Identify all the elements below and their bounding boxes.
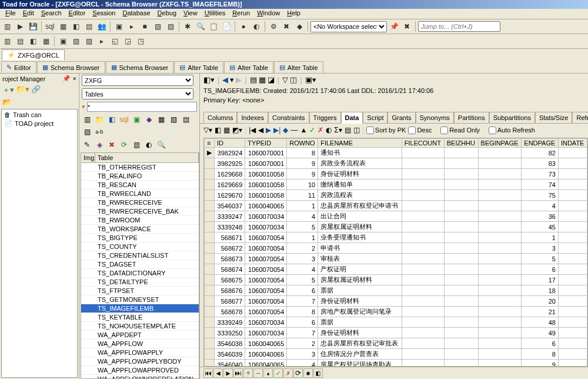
ws-pin-icon[interactable]: 📌 xyxy=(388,21,400,32)
data-row[interactable]: 56867410600700544产权证明6 xyxy=(205,264,587,275)
mt-9-icon[interactable]: ▤ xyxy=(181,114,191,125)
gf-star-icon[interactable]: ✱ xyxy=(303,368,313,378)
table-row[interactable]: TS_DETAILTYPE xyxy=(81,278,199,287)
detail-tab-constraints[interactable]: Constraints xyxy=(268,112,309,123)
gf-del-icon[interactable]: − xyxy=(253,368,263,378)
data-row[interactable]: 1629670106001005811房政流程表75 xyxy=(205,190,587,201)
commit-run-icon[interactable]: ▸ xyxy=(126,21,138,32)
rt-6-icon[interactable]: ◪ xyxy=(268,75,275,84)
menu-item-search[interactable]: Search xyxy=(38,9,65,17)
gt-8-icon[interactable]: ◐ xyxy=(326,126,332,134)
mt-2-icon[interactable]: 📁 xyxy=(94,114,105,125)
data-row[interactable]: 56867310600700543审核表5 xyxy=(205,254,587,264)
tb2-10-icon[interactable]: ◲ xyxy=(122,35,133,47)
grid-icon[interactable]: ▦ xyxy=(57,21,69,32)
table-row[interactable]: WA_APPFLOW xyxy=(81,340,199,348)
project-tree-item[interactable]: 🗑Trash can xyxy=(3,111,76,119)
gf-post-icon[interactable]: ✓ xyxy=(273,368,283,378)
panel-close-icon[interactable]: × xyxy=(72,75,76,82)
nav-prev-icon[interactable]: ◀ xyxy=(222,75,228,84)
mt-b7-icon[interactable]: 🔍 xyxy=(156,139,166,150)
table-row[interactable]: TB_RWRECRECEIVE xyxy=(81,198,199,207)
table-row[interactable]: TS_DATADICTIONARY xyxy=(81,269,199,278)
rt-4-icon[interactable]: ▤ xyxy=(250,75,257,84)
data-row[interactable]: 56867710600700547身份证明材料20 xyxy=(205,296,587,307)
table-row[interactable]: TB_RWRECLAND xyxy=(81,190,199,198)
mt-b4-icon[interactable]: ⟳ xyxy=(119,139,129,150)
table-row[interactable]: TS_COUNTY xyxy=(81,242,199,251)
connection-tab[interactable]: ⚡ ZXFG@ORCL xyxy=(2,49,65,60)
gf-add-icon[interactable]: + xyxy=(243,368,253,378)
menu-item-edit[interactable]: Edit xyxy=(19,9,38,17)
col-header[interactable]: ROWNO xyxy=(287,139,318,148)
thing1-icon[interactable]: ▧ xyxy=(152,21,163,32)
table-row[interactable]: WA_APPDEPT xyxy=(81,331,199,340)
read-only-check[interactable]: Read Only xyxy=(440,127,480,134)
mt-sql-icon[interactable]: sql xyxy=(119,114,129,125)
wand-icon[interactable]: ⚙ xyxy=(268,21,279,32)
jump-to-input[interactable] xyxy=(418,21,500,32)
col-header[interactable]: BEGINPAGE xyxy=(478,139,522,148)
clipboard-icon[interactable]: 📋 xyxy=(208,21,219,32)
mt-3-icon[interactable]: ◧ xyxy=(106,114,117,125)
mt-6-icon[interactable]: ◆ xyxy=(143,114,154,125)
data-row[interactable]: 354603710600400651忠县房屋所有权登记申请书4 xyxy=(205,201,587,211)
menu-item-rerun[interactable]: Rerun xyxy=(229,9,253,17)
detail-tab-stats/size[interactable]: Stats/Size xyxy=(535,112,573,123)
gt-2-icon[interactable]: ◧ xyxy=(215,126,221,134)
table-row[interactable]: WA_APPFLOWNODERELATION xyxy=(81,375,199,379)
detail-tab-columns[interactable]: Columns xyxy=(203,112,237,123)
gt-3-icon[interactable]: ▦ xyxy=(223,126,230,134)
table-row[interactable]: TB_RWRECRECEIVE_BAK xyxy=(81,207,199,216)
gt-first-icon[interactable]: |◀ xyxy=(249,126,256,134)
data-row[interactable]: 354603810600400652忠县房屋所有权登记审批表6 xyxy=(205,338,587,349)
rt-9-icon[interactable]: ▣▾ xyxy=(305,75,316,84)
detail-tab-synonyms[interactable]: Synonyms xyxy=(416,112,454,123)
schema-select[interactable]: ZXFG xyxy=(82,75,193,86)
menu-item-session[interactable]: Session xyxy=(89,9,119,17)
gt-prev-icon[interactable]: ◀ xyxy=(258,126,263,134)
gt-last-icon[interactable]: ▶| xyxy=(273,126,280,134)
mt-ab-icon[interactable]: a-b xyxy=(94,127,105,137)
table-row[interactable]: TS_BIGTYPE xyxy=(81,234,199,242)
col-header[interactable]: ENDPAGE xyxy=(522,139,559,148)
mt-1-icon[interactable]: ▥ xyxy=(82,114,92,125)
detail-tab-script[interactable]: Script xyxy=(363,112,387,123)
gt-cross-icon[interactable]: ✗ xyxy=(318,126,323,134)
detail-tab-data[interactable]: Data xyxy=(341,112,363,124)
menu-item-editor[interactable]: Editor xyxy=(65,9,89,17)
commit-green-icon[interactable]: ▣ xyxy=(113,21,125,32)
workspace-select[interactable]: <No Workspace selected> xyxy=(310,21,387,32)
stop-icon[interactable]: ■ xyxy=(139,21,151,32)
mt-b2-icon[interactable]: ◈ xyxy=(94,139,105,150)
data-row[interactable]: 162966810600100589身份证明材料73 xyxy=(205,169,587,179)
doc-tab-5[interactable]: ▤Alter Table xyxy=(274,61,323,73)
data-row[interactable]: 56867610600700546票据18 xyxy=(205,285,587,296)
row-selector-header[interactable]: ≡ xyxy=(205,139,215,148)
table-row[interactable]: WA_APPFLOWAPPLY xyxy=(81,348,199,357)
rt-5-icon[interactable]: ▦ xyxy=(259,75,266,84)
menu-item-help[interactable]: Help xyxy=(283,9,304,17)
project-tree-item[interactable]: 📄TOAD project xyxy=(3,119,76,128)
gt-11-icon[interactable]: ◫ xyxy=(353,126,360,134)
data-row[interactable]: 333925010600700347身份证明材料49 xyxy=(205,328,587,338)
col-header[interactable]: TYPEID xyxy=(245,139,287,148)
sql-icon[interactable]: sql xyxy=(44,21,56,32)
auto-refresh-check[interactable]: Auto Refresh xyxy=(489,127,535,134)
gf-edit-icon[interactable]: ▴ xyxy=(263,368,273,378)
save-icon[interactable]: 💾 xyxy=(27,21,39,32)
folder-icon[interactable]: 📁▾ xyxy=(16,85,29,95)
gf-cancel-icon[interactable]: ✗ xyxy=(283,368,293,378)
rollback-icon[interactable]: ◐ xyxy=(250,21,262,32)
session-icon[interactable]: ◧ xyxy=(70,21,82,32)
users-icon[interactable]: 👥 xyxy=(96,21,108,32)
tb2-2-icon[interactable]: ▤ xyxy=(14,35,26,47)
menu-item-utilities[interactable]: Utilities xyxy=(201,9,229,17)
gt-5-icon[interactable]: ◆ xyxy=(283,126,288,134)
mt-b1-icon[interactable]: ✎ xyxy=(82,139,92,150)
table-row[interactable]: TS_IMAGEFILEMB xyxy=(81,304,199,313)
table-row[interactable]: WA_APPFLOWAPPROVED xyxy=(81,366,199,375)
add-icon[interactable]: ＋▾ xyxy=(2,85,14,95)
gf-bookmark-icon[interactable]: ◧ xyxy=(313,368,323,378)
menu-item-file[interactable]: File xyxy=(2,9,19,17)
